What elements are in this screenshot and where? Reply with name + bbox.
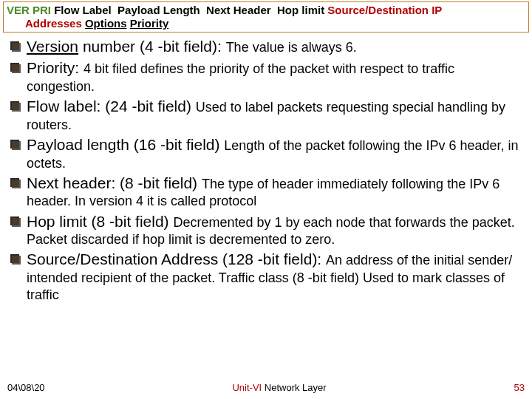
footer: 04\08\20 Unit-VI Network Layer 53 bbox=[0, 382, 532, 393]
hdr-srcdst: Source/Destination IP bbox=[327, 4, 442, 16]
bullet-icon bbox=[10, 140, 21, 150]
list-item: Flow label: (24 -bit field) Used to labe… bbox=[10, 97, 522, 134]
bullet-icon bbox=[10, 216, 21, 227]
svg-rect-5 bbox=[12, 64, 19, 72]
list-item: Payload length (16 -bit field) Length of… bbox=[10, 135, 522, 172]
list-item: Version number (4 -bit field): The value… bbox=[10, 37, 522, 57]
svg-rect-2 bbox=[12, 43, 19, 50]
hdr-pri: PRI bbox=[33, 4, 51, 16]
item-lead2: number (4 -bit field): bbox=[78, 38, 226, 55]
item-lead2: (8 -bit field) bbox=[92, 213, 174, 230]
svg-rect-20 bbox=[12, 256, 19, 263]
hdr-ver: VER bbox=[7, 4, 30, 16]
item-text: Hop limit (8 -bit field) Decremented by … bbox=[27, 212, 522, 249]
item-lead: Flow label: bbox=[27, 98, 105, 115]
hdr-flow: Flow Label bbox=[54, 4, 112, 16]
item-lead2: (8 -bit field) bbox=[120, 174, 202, 191]
item-lead2: (24 -bit field) bbox=[105, 98, 196, 115]
header-fields-box: VER PRI Flow Label Payload Length Next H… bbox=[3, 1, 529, 33]
bullet-icon bbox=[10, 101, 21, 112]
svg-rect-14 bbox=[12, 180, 19, 187]
item-lead: Hop limit bbox=[27, 213, 92, 230]
content-list: Version number (4 -bit field): The value… bbox=[0, 35, 532, 304]
item-text: Priority: 4 bit filed defines the priori… bbox=[27, 58, 522, 95]
svg-rect-17 bbox=[12, 218, 19, 225]
hdr-addresses: Addresses bbox=[25, 17, 82, 30]
bullet-icon bbox=[10, 63, 21, 73]
list-item: Next header: (8 -bit field) The type of … bbox=[10, 174, 522, 211]
svg-rect-11 bbox=[12, 141, 19, 149]
item-text: Payload length (16 -bit field) Length of… bbox=[27, 135, 522, 172]
item-lead: Payload length bbox=[27, 136, 134, 153]
footer-unit: Unit-VI Network Layer bbox=[232, 382, 326, 393]
item-text: Source/Destination Address (128 -bit fie… bbox=[27, 250, 522, 304]
hdr-priority: Priority bbox=[130, 17, 169, 30]
hdr-next: Next Header bbox=[206, 4, 271, 16]
item-rest: The value is always 6. bbox=[226, 40, 357, 55]
footer-page: 53 bbox=[514, 382, 525, 393]
item-lead: Priority: bbox=[27, 59, 83, 76]
item-lead: Version bbox=[27, 38, 78, 55]
item-text: Next header: (8 -bit field) The type of … bbox=[27, 174, 522, 211]
item-lead: Source/Destination Address (128 -bit fie… bbox=[27, 250, 326, 267]
svg-rect-8 bbox=[12, 103, 19, 110]
bullet-icon bbox=[10, 41, 21, 52]
footer-unit-black: Network Layer bbox=[262, 382, 326, 393]
footer-unit-red: Unit-VI bbox=[232, 382, 262, 393]
item-text: Version number (4 -bit field): The value… bbox=[27, 37, 522, 57]
bullet-icon bbox=[10, 178, 21, 188]
item-rest: 4 bit filed defines the priority of the … bbox=[27, 61, 454, 94]
list-item: Priority: 4 bit filed defines the priori… bbox=[10, 58, 522, 95]
item-lead2: (16 -bit field) bbox=[134, 136, 225, 153]
list-item: Source/Destination Address (128 -bit fie… bbox=[10, 250, 522, 304]
item-lead: Next header: bbox=[27, 174, 120, 191]
list-item: Hop limit (8 -bit field) Decremented by … bbox=[10, 212, 522, 249]
bullet-icon bbox=[10, 254, 21, 265]
hdr-hop: Hop limit bbox=[277, 4, 324, 16]
hdr-payload: Payload Length bbox=[117, 4, 200, 16]
footer-date: 04\08\20 bbox=[7, 382, 45, 393]
item-text: Flow label: (24 -bit field) Used to labe… bbox=[27, 97, 522, 134]
hdr-options: Options bbox=[85, 17, 127, 30]
